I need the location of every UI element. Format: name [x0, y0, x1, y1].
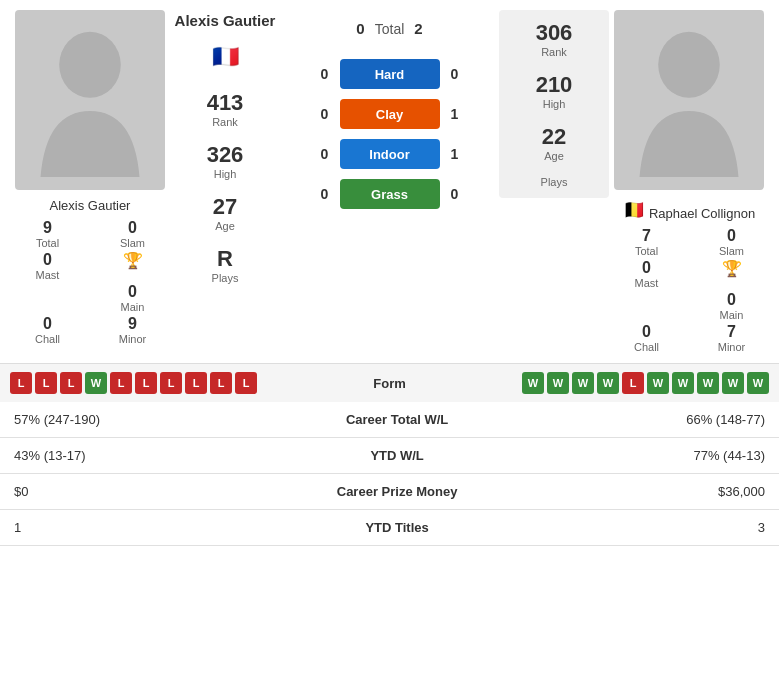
right-main-label: Main — [720, 309, 744, 321]
right-player-stats: 7 Total 0 Slam 0 Mast 🏆 0 Main — [609, 227, 769, 353]
left-form-badge: L — [235, 372, 257, 394]
left-form-badge: L — [110, 372, 132, 394]
left-slam-value: 0 — [128, 219, 137, 237]
left-main-value: 0 — [128, 283, 137, 301]
right-form-badge: W — [672, 372, 694, 394]
top-section: Alexis Gautier 9 Total 0 Slam 0 Mast 🏆 — [0, 0, 779, 363]
left-trophy-icon: 🏆 — [123, 251, 143, 270]
left-slam-label: Slam — [120, 237, 145, 249]
left-minor-block: 9 Minor — [95, 315, 170, 345]
right-form-badge: W — [747, 372, 769, 394]
left-total-label: Total — [36, 237, 59, 249]
left-mast-value: 0 — [43, 251, 52, 269]
stats-center: Career Total W/L — [240, 402, 553, 437]
stats-row: 57% (247-190) Career Total W/L 66% (148-… — [0, 402, 779, 438]
stats-left: 1 — [0, 510, 240, 546]
right-spacer — [609, 291, 684, 321]
right-high-label: High — [536, 98, 573, 110]
left-player-name: Alexis Gautier — [50, 198, 131, 213]
right-player-avatar — [614, 10, 764, 190]
left-minor-label: Minor — [119, 333, 147, 345]
hard-button[interactable]: Hard — [340, 59, 440, 89]
left-chall-label: Chall — [35, 333, 60, 345]
stats-right: 66% (148-77) — [554, 402, 779, 438]
right-age-stat: 22 Age — [542, 120, 566, 166]
left-flag: 🇫🇷 — [212, 44, 239, 70]
center-col: Alexis Gautier 🇫🇷 413 Rank 326 High 27 A… — [170, 10, 609, 288]
right-high-stat: 210 High — [536, 68, 573, 114]
left-mast2 — [10, 283, 85, 313]
right-form-badges: WWWWLWWWWW — [522, 372, 769, 394]
left-rank-stat: 413 Rank — [207, 86, 244, 132]
right-form-badge: L — [622, 372, 644, 394]
left-high-value: 326 — [207, 142, 244, 168]
right-trophy-icon: 🏆 — [722, 259, 742, 278]
clay-left: 0 — [310, 106, 340, 122]
left-main-label: Main — [121, 301, 145, 313]
stats-center: Career Prize Money — [240, 474, 553, 509]
hard-left: 0 — [310, 66, 340, 82]
stats-row: 43% (13-17) YTD W/L 77% (44-13) — [0, 438, 779, 474]
hard-right: 0 — [440, 66, 470, 82]
clay-button[interactable]: Clay — [340, 99, 440, 129]
right-mast-value: 0 — [642, 259, 651, 277]
left-slam-block: 0 Slam — [95, 219, 170, 249]
grass-right: 0 — [440, 186, 470, 202]
right-form-badge: W — [722, 372, 744, 394]
right-slam-block: 0 Slam — [694, 227, 769, 257]
total-left-count: 0 — [356, 20, 364, 37]
right-trophy: 🏆 — [694, 259, 769, 289]
left-player-avatar — [15, 10, 165, 190]
right-total-value: 7 — [642, 227, 651, 245]
stats-row: $0 Career Prize Money $36,000 — [0, 474, 779, 510]
left-chall-block: 0 Chall — [10, 315, 85, 345]
right-info-box: 306 Rank 210 High 22 Age Plays — [499, 10, 609, 198]
stats-left: 57% (247-190) — [0, 402, 240, 438]
indoor-right: 1 — [440, 146, 470, 162]
svg-point-1 — [658, 32, 720, 98]
left-form-badge: L — [135, 372, 157, 394]
left-player-col: Alexis Gautier 9 Total 0 Slam 0 Mast 🏆 — [10, 10, 170, 345]
left-trophy: 🏆 — [95, 251, 170, 281]
stats-center: YTD Titles — [240, 510, 553, 545]
left-plays-label: Plays — [212, 272, 239, 284]
main-container: Alexis Gautier 9 Total 0 Slam 0 Mast 🏆 — [0, 0, 779, 546]
right-form-badge: W — [547, 372, 569, 394]
left-chall-value: 0 — [43, 315, 52, 333]
left-form-badge: L — [210, 372, 232, 394]
right-plays-label: Plays — [541, 176, 568, 188]
left-plays-value: R — [212, 246, 239, 272]
indoor-button[interactable]: Indoor — [340, 139, 440, 169]
left-mast-label: Mast — [36, 269, 60, 281]
surface-row-grass: 0 Grass 0 — [280, 179, 499, 209]
surface-row-clay: 0 Clay 1 — [280, 99, 499, 129]
right-player-name: Raphael Collignon — [649, 206, 755, 221]
right-age-label: Age — [542, 150, 566, 162]
right-main-block: 0 Main — [694, 291, 769, 321]
total-label: Total — [375, 21, 405, 37]
right-age-value: 22 — [542, 124, 566, 150]
surface-row-indoor: 0 Indoor 1 — [280, 139, 499, 169]
left-total-value: 9 — [43, 219, 52, 237]
right-total-block: 7 Total — [609, 227, 684, 257]
grass-left: 0 — [310, 186, 340, 202]
right-player-col: 🇧🇪 Raphael Collignon 7 Total 0 Slam 0 Ma… — [609, 10, 769, 353]
surface-row-hard: 0 Hard 0 — [280, 59, 499, 89]
right-rank-label: Rank — [536, 46, 573, 58]
left-rank-value: 413 — [207, 90, 244, 116]
right-mast-block: 0 Mast — [609, 259, 684, 289]
left-total-block: 9 Total — [10, 219, 85, 249]
grass-button[interactable]: Grass — [340, 179, 440, 209]
right-form-badge: W — [572, 372, 594, 394]
left-form-badge: L — [10, 372, 32, 394]
right-slam-label: Slam — [719, 245, 744, 257]
right-form-badge: W — [647, 372, 669, 394]
left-name-center: Alexis Gautier — [175, 10, 276, 32]
left-mast-block: 0 Mast — [10, 251, 85, 281]
left-high-label: High — [207, 168, 244, 180]
right-form-badge: W — [597, 372, 619, 394]
total-row: 0 Total 2 — [356, 20, 422, 37]
left-rank-label: Rank — [207, 116, 244, 128]
left-info-box: Alexis Gautier 🇫🇷 413 Rank 326 High 27 A… — [170, 10, 280, 288]
form-section: LLLWLLLLLL Form WWWWLWWWWW — [0, 363, 779, 402]
